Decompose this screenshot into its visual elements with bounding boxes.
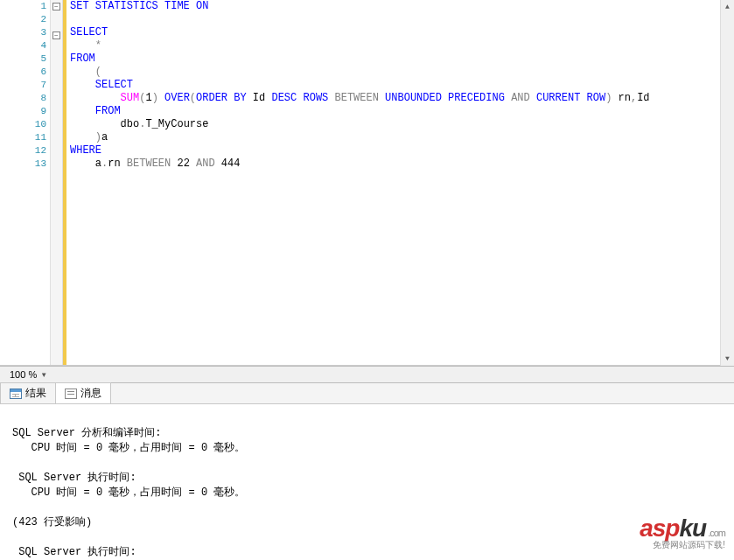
tab-messages-label: 消息 <box>80 386 101 401</box>
fold-gutter: −− <box>51 0 63 365</box>
scroll-down-button[interactable]: ▼ <box>721 352 734 366</box>
grid-icon <box>10 388 22 399</box>
line-number: 13 <box>0 158 46 171</box>
fold-toggle[interactable]: − <box>52 32 60 39</box>
tab-results-label: 结果 <box>25 386 46 401</box>
code-line[interactable]: SELECT <box>70 79 734 92</box>
code-line[interactable]: * <box>70 39 734 52</box>
scroll-up-button[interactable]: ▲ <box>721 0 734 14</box>
zoom-bar: 100 % ▼ <box>0 366 734 383</box>
line-number: 11 <box>0 131 46 144</box>
watermark-asp: asp <box>640 514 679 542</box>
tab-results[interactable]: 结果 <box>0 382 56 403</box>
watermark: aspku.com 免费网站源码下载! <box>640 514 725 551</box>
line-number: 7 <box>0 79 46 92</box>
code-line[interactable]: dbo.T_MyCourse <box>70 118 734 131</box>
line-number: 2 <box>0 13 46 26</box>
code-line[interactable]: SELECT <box>70 26 734 39</box>
messages-icon <box>65 388 77 399</box>
chevron-down-icon: ▼ <box>40 371 47 379</box>
msg-rows-affected: (423 行受影响) <box>12 516 92 528</box>
line-number: 1 <box>0 0 46 13</box>
code-line[interactable]: SUM(1) OVER(ORDER BY Id DESC ROWS BETWEE… <box>70 92 734 105</box>
code-line[interactable]: )a <box>70 131 734 144</box>
sql-editor-panel: 12345678910111213 −− SET STATISTICS TIME… <box>0 0 734 366</box>
line-number: 3 <box>0 26 46 39</box>
code-line[interactable]: FROM <box>70 105 734 118</box>
code-line[interactable]: SET STATISTICS TIME ON <box>70 0 734 13</box>
code-line[interactable] <box>70 13 734 26</box>
tab-messages[interactable]: 消息 <box>55 382 111 403</box>
code-line[interactable]: FROM <box>70 52 734 66</box>
code-line[interactable]: ( <box>70 66 734 79</box>
watermark-dotcom: .com <box>708 528 725 538</box>
msg-exec1-line: CPU 时间 = 0 毫秒，占用时间 = 0 毫秒。 <box>12 486 245 499</box>
code-line[interactable]: a.rn BETWEEN 22 AND 444 <box>70 158 734 171</box>
msg-parse-title: SQL Server 分析和编译时间: <box>12 427 161 439</box>
editor-vertical-scrollbar[interactable]: ▲ ▼ <box>720 0 734 366</box>
line-number: 8 <box>0 92 46 105</box>
code-line[interactable]: WHERE <box>70 144 734 158</box>
msg-exec2-title: SQL Server 执行时间: <box>12 546 136 558</box>
line-number-gutter: 12345678910111213 <box>0 0 51 365</box>
line-number: 12 <box>0 144 46 158</box>
results-tabs: 结果 消息 <box>0 383 734 404</box>
watermark-ku: ku <box>679 514 706 542</box>
fold-toggle[interactable]: − <box>52 3 60 10</box>
messages-output[interactable]: SQL Server 分析和编译时间: CPU 时间 = 0 毫秒，占用时间 =… <box>0 404 734 560</box>
zoom-value: 100 % <box>10 369 37 380</box>
msg-exec1-title: SQL Server 执行时间: <box>12 472 136 484</box>
line-number: 4 <box>0 39 46 52</box>
line-number: 9 <box>0 105 46 118</box>
zoom-dropdown[interactable]: 100 % ▼ <box>5 368 52 381</box>
line-number: 6 <box>0 66 46 79</box>
code-editor[interactable]: SET STATISTICS TIME ONSELECT *FROM ( SEL… <box>66 0 734 365</box>
line-number: 10 <box>0 118 46 131</box>
line-number: 5 <box>0 52 46 66</box>
msg-parse-line: CPU 时间 = 0 毫秒，占用时间 = 0 毫秒。 <box>12 442 245 454</box>
watermark-sub: 免费网站源码下载! <box>640 539 725 551</box>
